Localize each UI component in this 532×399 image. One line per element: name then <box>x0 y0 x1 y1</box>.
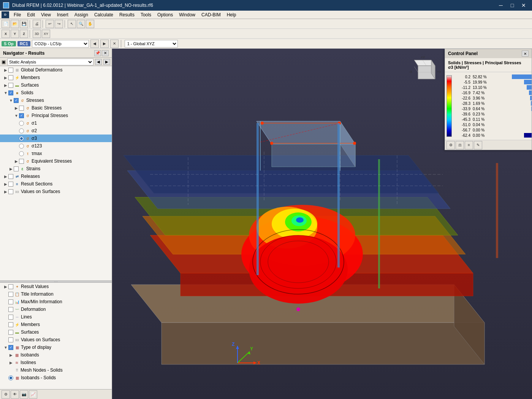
zoom-button[interactable]: 🔍 <box>77 20 85 28</box>
cp-settings-button[interactable]: ⚙ <box>446 141 455 149</box>
toggle-deformation[interactable] <box>3 307 8 312</box>
cp-list-button[interactable]: ≡ <box>465 141 473 149</box>
tree-item-isobands[interactable]: ▶ ▦ Isobands <box>0 351 112 359</box>
toggle-global-def[interactable]: ▶ <box>3 67 8 73</box>
check-surfaces[interactable] <box>8 83 13 88</box>
check-principal-stress[interactable]: ✓ <box>19 113 24 118</box>
toggle-surfaces[interactable]: ▶ <box>3 82 8 88</box>
tree-item-strains[interactable]: ▶ ε Strains <box>0 165 112 173</box>
tree-item-type-of-display[interactable]: ▼ ✓ ▦ Type of display <box>0 344 112 351</box>
axis-z-button[interactable]: Z <box>20 30 28 38</box>
tree-item-values-on-surfaces[interactable]: ▶ xx Values on Surfaces <box>0 188 112 195</box>
menu-item-help[interactable]: Help <box>224 11 239 18</box>
check-values-on-surfaces[interactable] <box>8 189 13 194</box>
next-button[interactable]: ▶ <box>100 40 109 48</box>
check-global-def[interactable] <box>8 68 13 73</box>
tree-item-releases[interactable]: ▶ ⇌ Releases <box>0 173 112 180</box>
tree-item-s123[interactable]: σ σ123 <box>0 142 112 150</box>
tree-item-title-info[interactable]: 📋 Title Information <box>0 290 112 298</box>
check-stresses[interactable]: ✓ <box>14 98 19 103</box>
check-basic-stress[interactable] <box>19 106 24 111</box>
toggle-result-values[interactable]: ▶ <box>3 284 8 289</box>
tree-item-surfaces[interactable]: ▶ ▬ Surfaces <box>0 81 112 89</box>
axis-x-button[interactable]: X <box>2 30 10 38</box>
close-button[interactable]: ✕ <box>518 2 529 9</box>
tree-item-isobands-solids[interactable]: ▦ Isobands - Solids <box>0 374 112 382</box>
toggle-isolines[interactable]: ▶ <box>8 360 14 365</box>
tree-item-deformation[interactable]: 〰 Deformation <box>0 306 112 313</box>
nav-settings-button[interactable]: ⚙ <box>2 390 10 399</box>
toggle-values-on-surfaces[interactable]: ▶ <box>3 189 8 194</box>
cp-scale-button[interactable]: ⚖ <box>456 141 464 149</box>
maximize-button[interactable]: □ <box>507 2 518 9</box>
viewport[interactable]: X Y Z +Y <box>112 49 532 399</box>
combo-select[interactable]: CO2/p - LC5/p <box>32 40 89 48</box>
check-members-b[interactable] <box>8 322 13 327</box>
tree-item-stresses[interactable]: ▼ ✓ σ Stresses <box>0 97 112 104</box>
check-deformation[interactable] <box>8 307 13 312</box>
tree-item-members-b[interactable]: ⚡ Members <box>0 321 112 328</box>
check-equiv-stress[interactable] <box>19 159 24 164</box>
menu-item-edit[interactable]: Edit <box>24 11 38 18</box>
toggle-principal-stress[interactable]: ▼ <box>14 113 19 118</box>
nav-dropdown-select[interactable]: Static Analysis <box>7 59 93 65</box>
menu-item-calculate[interactable]: Calculate <box>91 11 116 18</box>
check-maxmin-info[interactable] <box>8 299 13 304</box>
cp-close-button[interactable]: ✕ <box>522 51 529 57</box>
nav-prev-btn[interactable]: ◀ <box>95 59 102 65</box>
tree-item-values-on-surfaces-b[interactable]: xx Values on Surfaces <box>0 336 112 344</box>
toggle-equiv-stress[interactable]: ▶ <box>14 158 19 164</box>
nav-close-button[interactable]: ✕ <box>102 50 109 56</box>
save-button[interactable]: 💾 <box>20 20 28 28</box>
nav-graph-button[interactable]: 📈 <box>29 390 37 399</box>
menu-item-window[interactable]: Window <box>176 11 198 18</box>
tree-item-solids[interactable]: ▼ ✓ ■ Solids <box>0 89 112 97</box>
tree-item-mesh-nodes-solids[interactable]: ⠿ Mesh Nodes - Solids <box>0 366 112 374</box>
check-members[interactable] <box>8 75 13 80</box>
toggle-basic-stress[interactable]: ▶ <box>14 105 19 111</box>
check-result-values[interactable] <box>8 284 13 289</box>
toggle-type-of-display[interactable]: ▼ <box>3 345 8 350</box>
tree-item-basic-stress[interactable]: ▶ σ Basic Stresses <box>0 104 112 112</box>
check-result-sections[interactable] <box>8 182 13 187</box>
toggle-values-on-surfaces-b[interactable] <box>3 337 8 342</box>
select-button[interactable]: ↖ <box>68 20 76 28</box>
toggle-title-info[interactable] <box>3 291 8 297</box>
nav-eye-button[interactable]: 👁 <box>11 390 19 399</box>
tree-item-surfaces-b[interactable]: ▬ Surfaces <box>0 328 112 336</box>
toggle-solids[interactable]: ▼ <box>3 90 8 95</box>
check-strains[interactable] <box>14 166 19 171</box>
radio-isobands-solids[interactable] <box>8 375 13 380</box>
cp-edit-button[interactable]: ✎ <box>474 141 482 149</box>
orientation-cube[interactable]: +Y +X -X <box>407 52 441 87</box>
check-type-of-display[interactable]: ✓ <box>8 345 13 350</box>
tree-item-s1[interactable]: σ σ1 <box>0 119 112 127</box>
new-button[interactable]: 📄 <box>2 20 10 28</box>
print-button[interactable]: 🖨 <box>33 20 41 28</box>
toggle-releases[interactable]: ▶ <box>3 174 8 179</box>
radio-s3[interactable] <box>19 136 24 141</box>
nav-next-btn[interactable]: ▶ <box>103 59 110 65</box>
menu-item-results[interactable]: Results <box>116 11 138 18</box>
tree-item-result-values[interactable]: ▶ ✦ Result Values <box>0 283 112 290</box>
undo-button[interactable]: ↩ <box>46 20 54 28</box>
pan-button[interactable]: ✋ <box>86 20 94 28</box>
toggle-members-b[interactable] <box>3 322 8 327</box>
tree-item-global-def[interactable]: ▶ ⊞ Global Deformations <box>0 66 112 74</box>
minimize-button[interactable]: ─ <box>496 2 506 9</box>
tree-item-principal-stress[interactable]: ▼ ✓ σ Principal Stresses <box>0 112 112 119</box>
menu-item-file[interactable]: File <box>11 11 24 18</box>
close-combo-button[interactable]: ✕ <box>110 40 119 48</box>
tree-item-s2[interactable]: σ σ2 <box>0 127 112 135</box>
tree-item-s3[interactable]: σ σ3 <box>0 135 112 142</box>
check-title-info[interactable] <box>8 292 13 297</box>
check-lines[interactable] <box>8 315 13 320</box>
menu-item-tools[interactable]: Tools <box>138 11 154 18</box>
toggle-strains[interactable]: ▶ <box>8 166 14 171</box>
nav-pin-button[interactable]: 📌 <box>94 50 101 56</box>
view-xy-button[interactable]: XY <box>42 30 50 38</box>
nav-camera-button[interactable]: 📷 <box>20 390 28 399</box>
toggle-result-sections[interactable]: ▶ <box>3 181 8 187</box>
menu-item-assign[interactable]: Assign <box>71 11 91 18</box>
prev-button[interactable]: ◀ <box>90 40 99 48</box>
